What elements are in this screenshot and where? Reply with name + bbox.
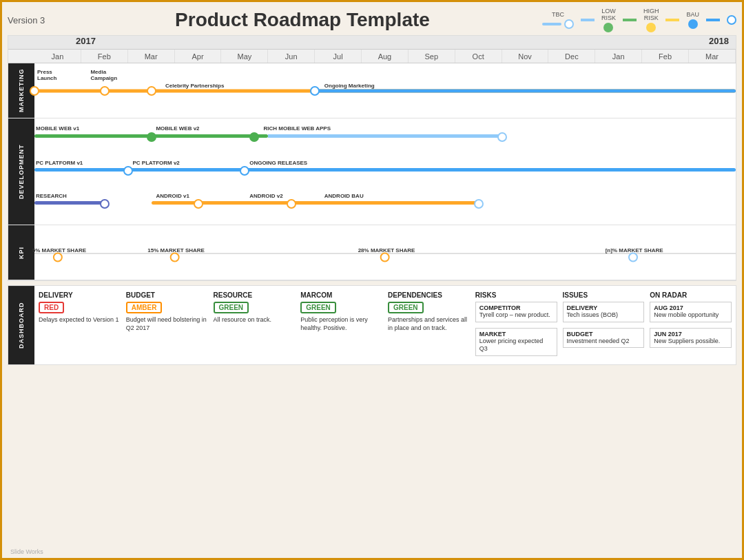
resource-card: RESOURCE GREEN All resource on track.	[214, 291, 296, 359]
month-aug: Aug	[362, 50, 409, 63]
label-celebrity: Celebrity Partnerships	[165, 83, 224, 89]
budget-card: BUDGET AMBER Budget will need bolstering…	[126, 291, 208, 359]
research-bar	[34, 201, 105, 205]
resource-badge: GREEN	[214, 302, 249, 313]
radar-jun-title: JUN 2017	[654, 331, 727, 338]
month-nov: Nov	[502, 50, 549, 63]
legend-tbc: TBC	[542, 11, 574, 29]
label-pc-v2: PC PLATFORM v2	[133, 160, 180, 166]
legend-bau: BAU	[686, 11, 699, 29]
development-content: MOBILE WEB v1 MOBILE WEB v2 RICH MOBILE …	[34, 118, 736, 225]
legend-bau-end-dot	[727, 15, 736, 25]
dot-pc-v2	[123, 166, 133, 176]
label-mobile-v1: MOBILE WEB v1	[36, 125, 79, 132]
dashboard-label: DASHBOARD	[8, 286, 34, 364]
month-may: May	[221, 50, 268, 63]
legend-tbc-line	[542, 23, 561, 25]
year-row: 2017 2018	[8, 36, 736, 50]
budget-badge: AMBER	[126, 302, 163, 313]
mobile-web-apps-bar	[268, 134, 502, 138]
legend: TBC LOWRISK HIGHRISK	[542, 8, 736, 32]
on-radar-title: ON RADAR	[650, 291, 732, 299]
label-rich-mobile: RICH MOBILE WEB APPS	[264, 125, 331, 132]
issue-delivery-text: Tech issues (BOB)	[567, 311, 641, 320]
legend-low-risk-label: LOWRISK	[601, 8, 616, 21]
risk-market: MARKET Lower pricing expected Q3	[475, 328, 557, 356]
dependencies-card: DEPENDENCIES GREEN Partnerships and serv…	[388, 291, 470, 359]
dot-celebrity	[147, 86, 156, 96]
legend-tbc-dot	[564, 19, 574, 29]
month-mar: Mar	[128, 50, 175, 63]
delivery-text: Delays expected to Version 1	[39, 316, 121, 324]
development-label: DEVELOPMENT	[8, 118, 34, 225]
dashboard-area: DASHBOARD DELIVERY RED Delays expected t…	[8, 285, 736, 365]
label-ongoing-marketing: Ongoing Marketing	[324, 83, 375, 89]
label-android-v2: ANDROID v2	[249, 193, 282, 199]
legend-bau-dot	[688, 19, 698, 29]
radar-jun-text: New Suppliers possible.	[654, 338, 727, 346]
radar-aug-title: AUG 2017	[654, 304, 727, 311]
main-title: Product Roadmap Template	[63, 9, 542, 31]
legend-tbc-label: TBC	[552, 11, 564, 18]
month-jun: Jun	[268, 50, 315, 63]
legend-high-risk-label: HIGHRISK	[643, 8, 659, 21]
main-container: Version 3 Product Roadmap Template TBC L…	[2, 2, 742, 558]
watermark: Slide Works	[10, 548, 43, 555]
label-pc-v1: PC PLATFORM v1	[36, 160, 83, 166]
legend-connector-4	[706, 19, 720, 21]
dashboard-content: DELIVERY RED Delays expected to Version …	[34, 286, 736, 364]
risk-competitor-text: Tyrell corp – new product.	[479, 311, 553, 320]
kpi-15-label: 15% MARKET SHARE	[147, 247, 205, 253]
month-feb2: Feb	[642, 50, 689, 63]
label-ongoing-releases: ONGOING RELEASES	[249, 160, 307, 166]
label-android-bau: ANDROID BAU	[324, 193, 364, 199]
label-research: RESEARCH	[36, 193, 67, 199]
kpi-n-label: [n]% MARKET SHARE	[606, 247, 663, 253]
legend-connector-1	[581, 19, 595, 21]
legend-low-risk-dot	[603, 23, 613, 32]
dot-mobile-apps-end	[497, 132, 507, 142]
timeline-area: 2017 2018 Jan Feb Mar Apr May Jun Jul Au…	[8, 35, 736, 281]
kpi-n-dot	[628, 252, 638, 262]
marketing-section: MARKETING PressLaunch MediaCampaign Cele…	[8, 63, 736, 118]
risk-market-title: MARKET	[479, 331, 553, 338]
marcom-badge: GREEN	[300, 302, 336, 313]
legend-connector-3	[665, 19, 679, 21]
issue-budget: BUDGET Investment needed Q2	[563, 328, 645, 349]
kpi-28-group: 28% MARKET SHARE	[355, 252, 415, 253]
issue-delivery-title: DELIVERY	[567, 304, 641, 311]
delivery-card: DELIVERY RED Delays expected to Version …	[39, 291, 121, 359]
kpi-15-group: 15% MARKET SHARE	[145, 252, 205, 253]
on-radar-card: ON RADAR AUG 2017 New mobile opportunity…	[650, 291, 732, 359]
delivery-title: DELIVERY	[39, 291, 121, 299]
month-dec: Dec	[548, 50, 595, 63]
month-jul: Jul	[315, 50, 362, 63]
legend-high-risk-dot	[646, 23, 656, 32]
risk-competitor: COMPETITOR Tyrell corp – new product.	[475, 302, 557, 322]
legend-low-risk: LOWRISK	[601, 8, 616, 32]
marcom-title: MARCOM	[300, 291, 382, 299]
dot-press-launch	[30, 86, 39, 96]
month-apr: Apr	[175, 50, 222, 63]
kpi-5-dot	[53, 252, 63, 262]
budget-title: BUDGET	[126, 291, 208, 299]
year-2018: 2018	[709, 36, 729, 46]
issue-budget-title: BUDGET	[567, 331, 641, 338]
dependencies-text: Partnerships and services all in place a…	[388, 316, 470, 332]
dot-android-v1	[194, 199, 203, 209]
radar-jun: JUN 2017 New Suppliers possible.	[650, 328, 732, 349]
marcom-card: MARCOM GREEN Public perception is very h…	[300, 291, 382, 359]
resource-text: All resource on track.	[214, 316, 296, 324]
label-android-v1: ANDROID v1	[156, 193, 189, 199]
month-jan: Jan	[34, 50, 81, 63]
marketing-content: PressLaunch MediaCampaign Celebrity Part…	[34, 63, 736, 118]
month-sep: Sep	[409, 50, 455, 63]
dot-research-end	[100, 199, 110, 209]
label-mobile-v2: MOBILE WEB v2	[156, 125, 199, 132]
month-mar2: Mar	[689, 50, 736, 63]
marketing-bar-blue	[315, 89, 736, 92]
dot-ongoing-start	[310, 86, 320, 96]
dot-pc-v2-end	[240, 166, 249, 176]
kpi-28-dot	[380, 252, 390, 262]
dot-mobile-v2-end	[249, 132, 259, 142]
